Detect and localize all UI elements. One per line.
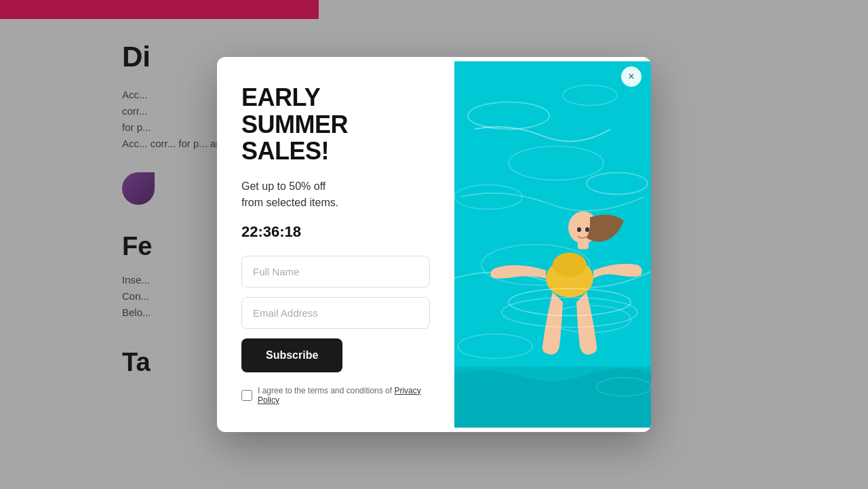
svg-point-14: [577, 227, 581, 232]
terms-label: I agree to the terms and conditions of P…: [258, 386, 430, 405]
terms-row: I agree to the terms and conditions of P…: [241, 386, 430, 405]
pool-image: [454, 57, 651, 432]
modal-headline: EARLY SUMMER SALES!: [241, 84, 430, 165]
terms-checkbox[interactable]: [241, 390, 252, 401]
email-input[interactable]: [241, 297, 430, 329]
modal-overlay: EARLY SUMMER SALES! Get up to 50% offfro…: [0, 0, 868, 489]
close-icon: ×: [628, 71, 634, 82]
svg-point-13: [553, 253, 587, 277]
svg-point-15: [585, 227, 589, 232]
svg-rect-11: [578, 241, 589, 250]
modal-dialog: EARLY SUMMER SALES! Get up to 50% offfro…: [217, 57, 651, 432]
modal-subtitle: Get up to 50% offfrom selected items.: [241, 178, 430, 211]
close-button[interactable]: ×: [621, 66, 642, 87]
full-name-input[interactable]: [241, 256, 430, 288]
modal-left-panel: EARLY SUMMER SALES! Get up to 50% offfro…: [217, 57, 454, 432]
modal-image-panel: [454, 57, 651, 432]
modal-timer: 22:36:18: [241, 223, 430, 241]
subscribe-button[interactable]: Subscribe: [241, 338, 342, 372]
